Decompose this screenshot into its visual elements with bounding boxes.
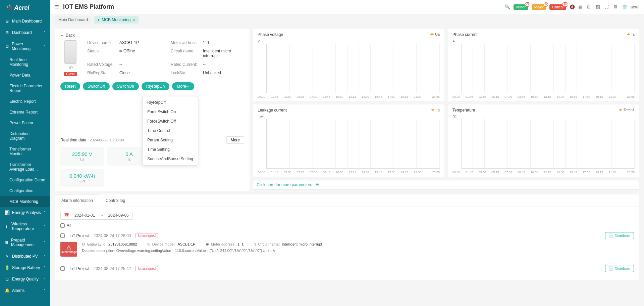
sidebar-sub-electric-report[interactable]: Electric Report [0, 96, 50, 107]
alarm-tab-alarm-information[interactable]: Alarm information [55, 194, 99, 207]
tab-mcb-monitoring[interactable]: ● MCB Monitoring✕ [94, 16, 139, 24]
nav-icon: ⊞ [5, 240, 8, 245]
device-state-badge: Close [64, 72, 77, 76]
sidebar-sub-transformer-average-load-[interactable]: Transformer Average Load... [0, 159, 50, 175]
back-button[interactable]: ← Back [60, 33, 244, 38]
sidebar-item-main-dashboard[interactable]: ⊞Main Dashboard [0, 15, 50, 27]
sidebar-item-storage-battery[interactable]: 🔋Storage Battery˅ [0, 262, 50, 273]
badge-minor[interactable]: Minor-3 [514, 4, 528, 10]
value-circuit: Intelligent micro interrupt [203, 49, 244, 59]
grid-icon[interactable]: ⊞ [587, 4, 592, 10]
chevron-up-icon: ˄ [44, 45, 46, 48]
nav-icon: ⊡ [5, 44, 9, 49]
chevron-down-icon: ˅ [44, 277, 46, 281]
badge-critical[interactable]: Critical90 [549, 4, 566, 10]
search-icon[interactable]: 🔍 [505, 4, 510, 10]
distribute-button[interactable]: 📄Distribute [605, 265, 634, 272]
sidebar-sub-electric-parameter-report[interactable]: Electric Parameter Report [0, 81, 50, 96]
sidebar-item-dashboard[interactable]: ⊞Dashboard˅ [0, 27, 50, 38]
label-status: Status: [87, 49, 117, 59]
sidebar-item-energy-quality[interactable]: ⊡Energy Quality˅ [0, 273, 50, 285]
user-label[interactable]: acrel [631, 5, 639, 9]
topbar: ☰ IOT EMS Platform 🔍 Minor-3 Major0 Crit… [50, 0, 644, 14]
alarm-checkbox[interactable] [60, 233, 65, 238]
realtime-tile-epi: 0.040 kW·hEPI [60, 169, 104, 187]
select-all-checkbox[interactable] [60, 223, 65, 228]
sidebar-sub-power-factor[interactable]: Power Factor [0, 118, 50, 128]
doc-icon: 📄 [609, 266, 613, 271]
dropdown-item-forceswitch-on[interactable]: ForceSwitch On [143, 107, 198, 117]
dropdown-item-time-setting[interactable]: Time Setting [143, 145, 198, 154]
realtime-title: Real time data [60, 138, 86, 142]
sidebar-item-distributed-pv[interactable]: ☀Distributed PV˅ [0, 251, 50, 262]
nav-icon: 🔋 [5, 265, 9, 270]
badge-major[interactable]: Major0 [532, 4, 546, 10]
sidebar-sub-mcb-monitoring[interactable]: MCB Monitoring [0, 196, 50, 207]
sidebar-sub-distribution-diagram[interactable]: Distribution Diagram [0, 128, 50, 144]
action-rlyrepon-button[interactable]: RlyRepOn [142, 82, 169, 90]
brand-logo: 🔌 Acrel [0, 0, 50, 15]
chart-title: Phase voltage [258, 32, 440, 37]
image-icon[interactable]: 🖼 [596, 4, 601, 10]
sidebar-sub-power-data[interactable]: Power Data [0, 70, 50, 81]
label-rly: RlyRepSta: [87, 71, 117, 76]
more-params-link[interactable]: Click here for more parameters: ☰ [253, 180, 639, 189]
action-switchoff-button[interactable]: SwitchOff [83, 82, 109, 90]
fullscreen-icon[interactable]: ⛶ [604, 4, 610, 10]
alarm-tab-control-log[interactable]: Control log [99, 194, 131, 207]
label-circuit: Circuit name: [171, 49, 201, 59]
date-range-picker[interactable]: 📅 2024-01-01 ~ 2024-09-06 [60, 211, 132, 220]
sidebar-sub-transformer-monitor[interactable]: Transformer Monitor [0, 144, 50, 159]
sidebar-item-energy-analysis[interactable]: 📊Energy Analysis˅ [0, 207, 50, 218]
shirt-icon[interactable]: 👕 [622, 4, 627, 10]
alarm-checkbox[interactable] [60, 266, 65, 271]
tile-label: Ua [67, 158, 97, 161]
value-meter-addr: 1_1 [203, 40, 210, 46]
qr-icon[interactable]: ▦ [578, 4, 584, 10]
action-reset-button[interactable]: Reset [60, 82, 80, 90]
sidebar-sub-extreme-report[interactable]: Extreme Report [0, 107, 50, 118]
alarm-item: IoT Project 2024-08-24 17:25:42 Unassign… [60, 261, 634, 276]
label-circuit: Circuit name: [258, 242, 280, 246]
chart-title: Temperature [452, 108, 635, 113]
chart-legend: Lg [431, 108, 440, 112]
dropdown-item-time-control[interactable]: Time Control [143, 126, 198, 135]
page-title: IOT EMS Platform [63, 3, 114, 10]
meter-icon: ◉ [206, 242, 209, 246]
chart-plot-area [266, 119, 440, 169]
dropdown-item-forceswitch-off[interactable]: ForceSwitch Off [143, 117, 198, 126]
chevron-down-icon: ˅ [44, 289, 46, 293]
chart-phase-voltage: Phase voltage Ua V 00:0001:4503:3005:150… [253, 29, 444, 101]
menu-toggle-icon[interactable]: ☰ [55, 4, 59, 9]
tab-close-icon[interactable]: ✕ [132, 18, 135, 22]
label-gateway: Gateway id: [87, 242, 106, 246]
mute-icon[interactable]: 🔇 [570, 4, 575, 10]
action-more--button[interactable]: More··· [172, 82, 194, 90]
date-sep: ~ [100, 213, 103, 218]
tab-main-dashboard[interactable]: Main Dashboard [55, 16, 91, 24]
label-model: Device model: [152, 242, 176, 246]
sidebar-sub-configuration[interactable]: Configuration [0, 185, 50, 196]
action-switchon-button[interactable]: SwitchOn [112, 82, 139, 90]
sidebar-sub-real-time-monitoring[interactable]: Real-time Monitoring [0, 54, 50, 70]
tile-label: Ia [114, 158, 144, 161]
calendar-icon: 📅 [64, 213, 69, 218]
chart-legend: Ia [627, 32, 635, 36]
sidebar-item-power-monitoring[interactable]: ⊡Power Monitoring˄ [0, 38, 50, 54]
distribute-button[interactable]: 📄Distribute [605, 232, 634, 239]
select-all-label: All [67, 223, 71, 228]
dropdown-item-sunriseandsunsetsetting[interactable]: SunriseAndSunsetSetting [143, 154, 198, 164]
dropdown-item-param-setting[interactable]: Param Setting [143, 135, 198, 145]
realtime-more-button[interactable]: More [226, 136, 244, 144]
label-rated-c: Rated Current: [171, 62, 201, 68]
label-meter-addr: Meter address: [171, 40, 201, 46]
chart-unit: ℃ [452, 115, 457, 119]
monitor-icon[interactable]: 🖥 [613, 4, 619, 10]
sidebar-sub-configuration-demo[interactable]: Configuration Demo [0, 175, 50, 185]
label-device-name: Device name: [87, 40, 117, 46]
nav-icon: 🌡 [5, 224, 9, 229]
sidebar-item-alarms[interactable]: 🔔Alarms˅ [0, 285, 50, 296]
sidebar-item-prepaid-management[interactable]: ⊞Prepaid Management˅ [0, 234, 50, 251]
dropdown-item-rlyrepoff[interactable]: RlyRepOff [143, 98, 198, 107]
sidebar-item-wireless-temperature[interactable]: 🌡Wireless Temperature˅ [0, 218, 50, 234]
